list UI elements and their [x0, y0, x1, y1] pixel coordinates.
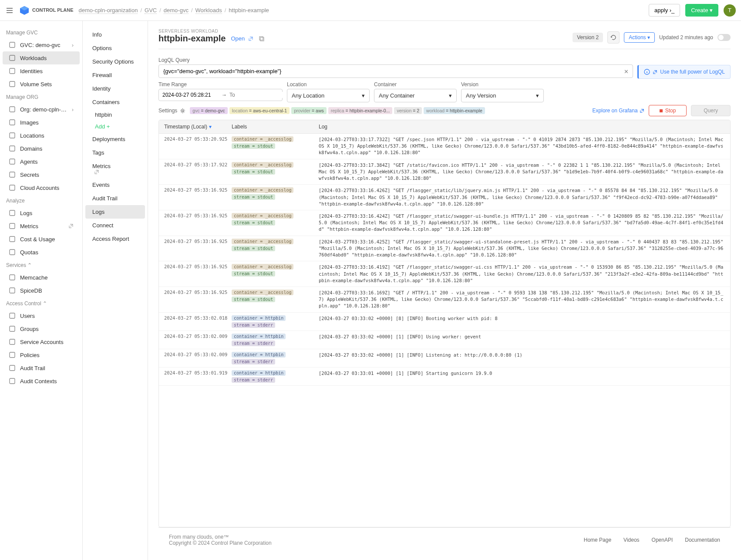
subnav-identity[interactable]: Identity — [85, 82, 145, 95]
filter-chip[interactable]: gvc = demo-gvc — [190, 107, 227, 114]
sidebar-item-agents[interactable]: Agents — [3, 155, 80, 168]
time-from-input[interactable] — [162, 92, 219, 98]
sidebar-item-images[interactable]: Images — [3, 116, 80, 129]
open-link[interactable]: Open — [231, 35, 253, 42]
log-row[interactable]: 2024-03-27 05:33:02.009container = httpb… — [159, 349, 730, 368]
sidebar-section-services[interactable]: Services ⌃ — [0, 259, 82, 271]
sidebar-item-users[interactable]: Users — [3, 309, 80, 322]
log-row[interactable]: 2024-03-27 05:33:17.922container = _acce… — [159, 159, 730, 185]
footer-link[interactable]: OpenAPI — [652, 537, 673, 543]
filter-chip[interactable]: location = aws-eu-central-1 — [229, 107, 290, 114]
col-timestamp-header[interactable]: Timestamp (Local) ▾ — [164, 124, 232, 130]
log-row[interactable]: 2024-03-27 05:33:20.925container = _acce… — [159, 134, 730, 159]
log-row[interactable]: 2024-03-27 05:33:01.919container = httpb… — [159, 368, 730, 386]
copy-icon[interactable] — [259, 36, 265, 42]
sidebar-item-groups[interactable]: Groups — [3, 322, 80, 335]
logql-query-input[interactable] — [158, 64, 633, 78]
log-row[interactable]: 2024-03-27 05:33:16.925container = _acce… — [159, 261, 730, 287]
subnav-connect[interactable]: Connect — [85, 219, 145, 232]
user-avatar[interactable]: T — [724, 4, 736, 17]
sidebar-item-memcache[interactable]: Memcache — [3, 271, 80, 284]
subnav-deployments[interactable]: Deployments — [85, 132, 145, 146]
stop-button[interactable]: Stop — [649, 105, 687, 116]
log-row[interactable]: 2024-03-27 05:33:02.009container = httpb… — [159, 331, 730, 349]
refresh-button[interactable] — [607, 31, 620, 44]
sidebar-item-metrics[interactable]: Metrics — [3, 219, 80, 233]
log-row[interactable]: 2024-03-27 05:33:16.925container = _acce… — [159, 185, 730, 210]
sidebar-item-workloads[interactable]: Workloads — [3, 51, 80, 64]
chevron-down-icon: ▾ — [362, 92, 365, 99]
subnav-info[interactable]: Info — [85, 28, 145, 41]
sidebar-item-secrets[interactable]: Secrets — [3, 168, 80, 181]
log-row[interactable]: 2024-03-27 05:33:16.925container = _acce… — [159, 210, 730, 236]
subnav-containers[interactable]: Containers — [85, 95, 145, 109]
container-select[interactable]: Any Container▾ — [374, 89, 457, 102]
nav-icon — [9, 119, 16, 126]
sidebar-item-policies[interactable]: Policies — [3, 348, 80, 361]
time-range-input[interactable]: → — [158, 89, 283, 101]
subnav-add-container[interactable]: Add + — [83, 121, 148, 132]
sidebar-item-audit-trail[interactable]: Audit Trail — [3, 361, 80, 374]
nav-icon — [9, 312, 16, 319]
filter-chip[interactable]: workload = httpbin-example — [424, 107, 485, 114]
sidebar-item-quotas[interactable]: Quotas — [3, 246, 80, 259]
svg-rect-23 — [10, 365, 15, 371]
sidebar-item-cloud-accounts[interactable]: Cloud Accounts — [3, 181, 80, 194]
subnav-logs[interactable]: Logs — [85, 205, 145, 219]
sidebar-item-audit-contexts[interactable]: Audit Contexts — [3, 374, 80, 388]
label-chip: container = _accesslog — [232, 290, 293, 295]
logo[interactable]: CONTROL PLANE — [19, 5, 74, 16]
auto-refresh-toggle[interactable] — [717, 34, 731, 41]
footer-link[interactable]: Documentation — [685, 537, 720, 543]
subnav-events[interactable]: Events — [85, 178, 145, 192]
actions-button[interactable]: Actions ▾ — [624, 32, 655, 43]
hamburger-icon[interactable] — [5, 6, 14, 15]
clear-query-icon[interactable]: ✕ — [624, 68, 629, 74]
arrow-right-icon: → — [222, 92, 227, 98]
sidebar-item-domains[interactable]: Domains — [3, 142, 80, 155]
sidebar-item-logs[interactable]: Logs — [3, 206, 80, 219]
filter-chip[interactable]: version = 2 — [394, 107, 422, 114]
breadcrumb-item[interactable]: demo-gvc — [164, 7, 189, 14]
sidebar-item-cost-usage[interactable]: Cost & Usage — [3, 233, 80, 246]
footer-link[interactable]: Videos — [623, 537, 639, 543]
sidebar-item-volume-sets[interactable]: Volume Sets — [3, 78, 80, 91]
create-button[interactable]: Create ▾ — [685, 4, 718, 17]
version-select[interactable]: Any Version▾ — [461, 89, 544, 102]
label-chip: container = httpbin — [232, 370, 286, 376]
location-select[interactable]: Any Location▾ — [287, 89, 370, 102]
subnav-firewall[interactable]: Firewall — [85, 68, 145, 82]
sidebar-item-identities[interactable]: Identities — [3, 64, 80, 78]
filter-chip[interactable]: replica = httpbin-example-0... — [328, 107, 393, 114]
query-button[interactable]: Query — [691, 105, 731, 116]
log-row[interactable]: 2024-03-27 05:33:16.925container = _acce… — [159, 236, 730, 262]
subnav-access-report[interactable]: Access Report — [85, 232, 145, 246]
sidebar-item-service-accounts[interactable]: Service Accounts — [3, 335, 80, 348]
explore-grafana-link[interactable]: Explore on Grafana — [593, 108, 644, 114]
chevron-right-icon: › — [72, 106, 74, 113]
nav-icon — [9, 106, 16, 113]
subnav-tags[interactable]: Tags — [85, 146, 145, 159]
logql-info-box[interactable]: Use the full power of LogQL — [637, 65, 731, 79]
sidebar-item-org-demo-cpln-o-[interactable]: Org: demo-cpln-o...› — [3, 103, 80, 116]
breadcrumb-item[interactable]: Workloads — [195, 7, 222, 14]
breadcrumb-item[interactable]: GVC — [145, 7, 157, 14]
sidebar-item-spicedb[interactable]: SpiceDB — [3, 284, 80, 297]
apply-button[interactable]: apply ›_ — [649, 4, 680, 17]
subnav-security-options[interactable]: Security Options — [85, 55, 145, 68]
subnav-metrics[interactable]: Metrics — [85, 159, 145, 178]
log-row[interactable]: 2024-03-27 05:33:02.018container = httpb… — [159, 313, 730, 331]
subnav-audit-trail[interactable]: Audit Trail — [85, 192, 145, 205]
filter-chip[interactable]: provider = aws — [291, 107, 327, 114]
log-row[interactable]: 2024-03-27 05:33:16.925container = _acce… — [159, 287, 730, 313]
subnav-container-httpbin[interactable]: httpbin — [83, 109, 148, 121]
time-to-input[interactable] — [229, 92, 286, 98]
svg-rect-5 — [10, 81, 15, 87]
sidebar-item-gvc-demo-gvc[interactable]: GVC: demo-gvc› — [3, 38, 80, 51]
subnav-options[interactable]: Options — [85, 41, 145, 55]
settings-label[interactable]: Settings — [158, 108, 185, 114]
footer-link[interactable]: Home Page — [584, 537, 611, 543]
sidebar-section-access[interactable]: Access Control ⌃ — [0, 297, 82, 309]
breadcrumb-item[interactable]: demo-cpln-organization — [79, 7, 138, 14]
sidebar-item-locations[interactable]: Locations — [3, 129, 80, 142]
